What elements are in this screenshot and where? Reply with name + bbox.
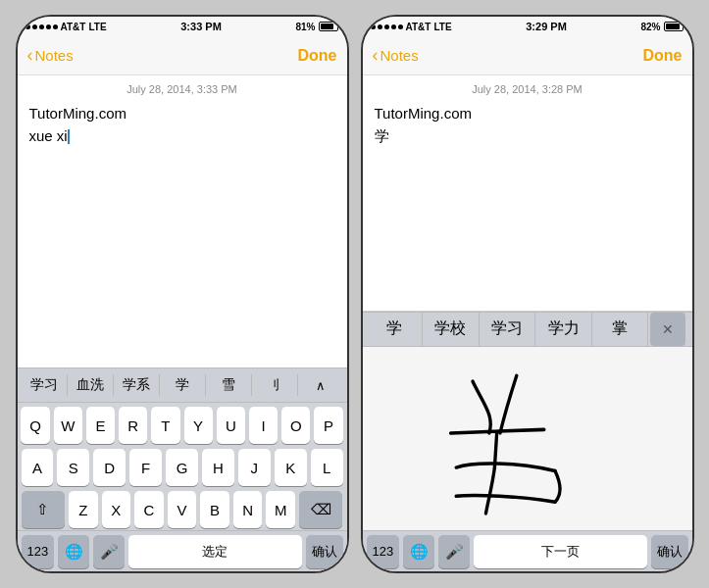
text-cursor — [68, 129, 70, 144]
key-M[interactable]: M — [266, 491, 295, 528]
key-Z[interactable]: Z — [69, 491, 98, 528]
dot4 — [46, 24, 51, 29]
suggestion-6[interactable]: 刂 — [252, 374, 298, 396]
key-D[interactable]: D — [93, 449, 126, 486]
key-J[interactable]: J — [238, 449, 271, 486]
key-I[interactable]: I — [249, 407, 278, 444]
dot2-5 — [398, 24, 403, 29]
note-line-2-1: TutorMing.com — [375, 103, 681, 125]
key-xia-yi-ye[interactable]: 下一页 — [474, 535, 646, 568]
suggestion-1[interactable]: 学习 — [22, 374, 68, 396]
hw-sug-3[interactable]: 学习 — [480, 313, 536, 346]
key-G[interactable]: G — [166, 449, 198, 486]
key-mic-1[interactable]: 🎤 — [93, 535, 125, 568]
note-line-1: TutorMing.com — [29, 103, 335, 125]
battery-fill-2 — [666, 24, 679, 29]
dot2-3 — [384, 24, 389, 29]
signal-dots-2 — [371, 24, 403, 29]
status-right-2: 82% — [640, 22, 684, 32]
key-queren-1[interactable]: 确认 — [306, 535, 343, 568]
hw-canvas[interactable] — [363, 347, 692, 531]
mic-icon-2: 🎤 — [445, 543, 464, 561]
bottom-bar-2: 123 🌐 🎤 下一页 确认 — [363, 530, 692, 571]
time-2: 3:29 PM — [526, 21, 567, 32]
dot1 — [25, 24, 30, 29]
key-delete[interactable]: ⌫ — [299, 491, 342, 528]
key-xueding[interactable]: 选定 — [128, 535, 301, 568]
note-date-2: July 28, 2014, 3:28 PM — [375, 83, 681, 95]
note-area-1: July 28, 2014, 3:33 PM TutorMing.com xue… — [18, 75, 347, 368]
key-P[interactable]: P — [314, 407, 342, 444]
battery-icon-1 — [319, 22, 338, 31]
note-date-1: July 28, 2014, 3:33 PM — [29, 83, 335, 95]
dot2-1 — [371, 24, 376, 29]
network-type-2: LTE — [433, 22, 451, 32]
phone1: AT&T LTE 3:33 PM 81% ‹ Notes Done July 2… — [16, 15, 349, 573]
suggestion-2[interactable]: 血洗 — [68, 374, 114, 396]
dot3 — [39, 24, 44, 29]
key-U[interactable]: U — [217, 407, 245, 444]
signal-dots-1 — [25, 24, 58, 29]
note-area-2: July 28, 2014, 3:28 PM TutorMing.com 学 — [363, 75, 692, 311]
status-left-1: AT&T LTE — [25, 22, 107, 32]
key-E[interactable]: E — [86, 407, 115, 444]
nav-bar-1: ‹ Notes Done — [18, 36, 347, 75]
key-mic-2[interactable]: 🎤 — [438, 535, 470, 568]
key-globe-2[interactable]: 🌐 — [403, 535, 434, 568]
key-R[interactable]: R — [119, 407, 147, 444]
key-globe-1[interactable]: 🌐 — [58, 535, 89, 568]
key-N[interactable]: N — [233, 491, 263, 528]
back-button-1[interactable]: ‹ Notes — [27, 45, 74, 66]
keyboard-1[interactable]: 学习 血洗 学系 学 雪 刂 ∧ Q W E R T Y U I O P — [18, 368, 347, 571]
key-shift[interactable]: ⇧ — [22, 491, 65, 528]
key-Y[interactable]: Y — [184, 407, 213, 444]
hw-sug-2[interactable]: 学校 — [423, 313, 480, 346]
keyboard-rows-1: Q W E R T Y U I O P A S D F G H J K — [18, 403, 347, 530]
note-content-2[interactable]: TutorMing.com 学 — [375, 103, 681, 147]
status-left-2: AT&T LTE — [371, 22, 452, 32]
suggestion-5[interactable]: 雪 — [206, 374, 252, 396]
handwriting-panel[interactable]: 学 学校 学习 学力 掌 ✕ — [363, 311, 692, 531]
hw-sug-5[interactable]: 掌 — [592, 313, 649, 346]
key-B[interactable]: B — [200, 491, 229, 528]
key-123-2[interactable]: 123 — [367, 535, 400, 568]
globe-icon-1: 🌐 — [65, 543, 83, 561]
done-button-2[interactable]: Done — [643, 47, 683, 65]
key-V[interactable]: V — [168, 491, 197, 528]
mic-icon-1: 🎤 — [100, 543, 119, 561]
key-A[interactable]: A — [22, 449, 54, 486]
key-W[interactable]: W — [54, 407, 82, 444]
hw-sug-1[interactable]: 学 — [367, 313, 424, 346]
globe-icon-2: 🌐 — [410, 543, 429, 561]
back-label-1[interactable]: Notes — [35, 47, 74, 64]
dot2-2 — [378, 24, 382, 29]
key-K[interactable]: K — [275, 449, 307, 486]
battery-pct-1: 81% — [295, 22, 315, 32]
note-content-1[interactable]: TutorMing.com xue xi — [29, 103, 335, 147]
key-L[interactable]: L — [311, 449, 343, 486]
key-queren-2[interactable]: 确认 — [651, 535, 688, 568]
suggestion-3[interactable]: 学系 — [114, 374, 160, 396]
key-row-3: ⇧ Z X C V B N M ⌫ — [22, 491, 343, 528]
key-O[interactable]: O — [281, 407, 310, 444]
hw-delete-btn[interactable]: ✕ — [650, 313, 685, 346]
suggestion-7[interactable]: ∧ — [298, 376, 343, 395]
key-S[interactable]: S — [57, 449, 89, 486]
key-Q[interactable]: Q — [21, 407, 49, 444]
done-button-1[interactable]: Done — [298, 47, 337, 65]
note-line-2: xue xi — [29, 125, 335, 148]
key-F[interactable]: F — [129, 449, 162, 486]
key-C[interactable]: C — [134, 491, 164, 528]
back-label-2[interactable]: Notes — [380, 47, 419, 64]
suggestion-4[interactable]: 学 — [160, 374, 206, 396]
key-123-1[interactable]: 123 — [22, 535, 55, 568]
hw-sug-4[interactable]: 学力 — [535, 313, 592, 346]
delete-icon: ✕ — [662, 321, 674, 337]
key-row-2: A S D F G H J K L — [22, 449, 343, 486]
key-X[interactable]: X — [102, 491, 131, 528]
key-T[interactable]: T — [151, 407, 179, 444]
back-button-2[interactable]: ‹ Notes — [373, 45, 419, 66]
bottom-bar-1: 123 🌐 🎤 选定 确认 — [18, 530, 347, 571]
dot5 — [53, 24, 58, 29]
key-H[interactable]: H — [202, 449, 234, 486]
